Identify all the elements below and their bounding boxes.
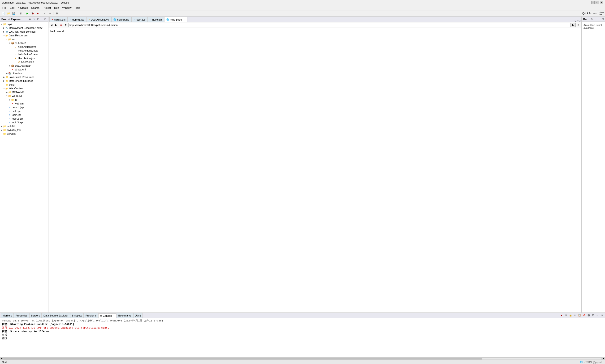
open-button[interactable]: 📁 [6, 11, 11, 16]
scroll-left-button[interactable]: ◀ [0, 357, 3, 360]
outline-title-tab[interactable]: Ou... [583, 18, 589, 21]
tab-snippets[interactable]: Snippets [70, 313, 84, 318]
tree-item-mybatis-test[interactable]: ▶ 📁 mybatis_test [0, 128, 48, 132]
console-tab-close[interactable]: ✕ [113, 315, 115, 317]
minimize-button[interactable]: ─ [591, 1, 595, 4]
tree-item-helloaction3[interactable]: ▶ J helloAction3.java [0, 52, 48, 56]
java-ee-button[interactable]: Java EE [599, 11, 604, 16]
print-button[interactable]: 🖨 [18, 11, 23, 16]
console-open-log-button[interactable]: 📋 [577, 313, 582, 317]
tab-demo1-jsp[interactable]: P demo1.jsp [68, 17, 87, 22]
tree-item-struts-xml[interactable]: ▶ ✕ struts.xml [0, 68, 48, 71]
tab-useraction-java[interactable]: J UserAction.java [87, 17, 111, 22]
view-menu-icon[interactable]: ▽ [36, 17, 39, 21]
tree-item-deployment[interactable]: ▶ 🔧 Deployment Descriptor: exp2 [0, 26, 48, 30]
console-display-selected-button[interactable]: ▦ [586, 313, 591, 317]
tree-item-javascript-resources[interactable]: ▶ 📁 JavaScript Resources [0, 75, 48, 79]
run-button[interactable]: ▶ [25, 11, 30, 16]
browser-back-button[interactable]: ◀ [49, 23, 54, 27]
perspective-button[interactable]: ⊞ [54, 11, 59, 16]
debug-button[interactable]: 🐞 [30, 11, 35, 16]
outline-maximize-button[interactable]: □ [602, 18, 604, 20]
tree-item-login3-jsp[interactable]: ▶ P login3.jsp [0, 120, 48, 124]
tab-list-button[interactable]: ▽ [575, 19, 576, 22]
tree-item-hello01[interactable]: ▶ 📁 hello01 [0, 124, 48, 128]
tab-close-hello-page2[interactable]: ✕ [183, 18, 185, 21]
tree-item-demo1-jsp[interactable]: ▶ P demo1.jsp [0, 105, 48, 109]
task-title-tab[interactable]: Ta... [591, 18, 595, 20]
maximize-button[interactable]: □ [595, 1, 599, 4]
tab-properties[interactable]: Properties [14, 313, 29, 318]
menu-run[interactable]: Run [53, 6, 60, 10]
console-maximize-button[interactable]: □ [600, 313, 604, 317]
tree-item-login2-jsp[interactable]: ▶ P login2.jsp [0, 117, 48, 120]
maximize-panel-icon[interactable]: □ [43, 17, 47, 21]
outline-minimize-button[interactable]: ─ [598, 18, 600, 20]
console-minimize-button[interactable]: ─ [595, 313, 600, 317]
horizontal-scrollbar-track[interactable] [3, 357, 602, 360]
tree-item-login-jsp[interactable]: ▶ P login.jsp [0, 113, 48, 117]
browser-view-source-button[interactable]: ⊞ [576, 23, 580, 27]
browser-stop-button[interactable]: ■ [59, 23, 63, 27]
tab-struts-xml[interactable]: ✕ struts.xml [49, 17, 68, 22]
console-stop-button[interactable]: ■ [559, 313, 564, 317]
tree-item-meta-inf[interactable]: ▶ 📁 META-INF [0, 90, 48, 94]
forward-button[interactable]: → [48, 11, 52, 16]
tree-item-servers[interactable]: ▶ 📁 Servers [0, 132, 48, 136]
collapse-all-icon[interactable]: ⊖ [28, 17, 32, 21]
browser-go-button[interactable]: ▶ [571, 23, 576, 27]
tree-item-sxau-bean[interactable]: ▶ 📦 sxau.rjxy.bean [0, 64, 48, 68]
console-word-wrap-button[interactable]: ≡ [573, 313, 577, 317]
tab-markers[interactable]: Markers [1, 313, 14, 318]
console-clear-button[interactable]: ✕ [564, 313, 568, 317]
tree-item-helloaction2[interactable]: ▶ J helloAction2.java [0, 49, 48, 52]
menu-window[interactable]: Window [61, 6, 73, 10]
tab-problems[interactable]: Problems [84, 313, 98, 318]
browser-forward-button[interactable]: ▶ [54, 23, 58, 27]
new-button[interactable]: 📄 [1, 11, 6, 16]
menu-project[interactable]: Project [41, 6, 52, 10]
menu-edit[interactable]: Edit [9, 6, 16, 10]
address-input[interactable] [68, 23, 570, 27]
menu-file[interactable]: File [1, 6, 8, 10]
console-scroll-lock-button[interactable]: 🔒 [568, 313, 573, 317]
horizontal-scrollbar-thumb[interactable] [3, 358, 482, 360]
tab-datasource[interactable]: Data Source Explorer [42, 313, 70, 318]
tree-item-helloaction[interactable]: ▶ J helloAction.java [0, 45, 48, 49]
tab-maximize-button[interactable]: □ [579, 19, 580, 22]
tree-item-exp2[interactable]: ▼ 📁 exp2 [0, 22, 48, 26]
minimize-panel-icon[interactable]: ─ [40, 17, 43, 21]
menu-search[interactable]: Search [30, 6, 41, 10]
tree-item-hello-jsp[interactable]: ▶ P hello.jsp [0, 109, 48, 113]
menu-navigate[interactable]: Navigate [16, 6, 29, 10]
tree-item-java-resources[interactable]: ▼ 📂 Java Resources [0, 34, 48, 37]
tab-login-jsp[interactable]: P login.jsp [131, 17, 147, 22]
tree-item-cn-hello01[interactable]: ▼ 📦 cn.hello01 [0, 41, 48, 45]
tree-item-useraction-java[interactable]: ▼ J UserAction.java [0, 56, 48, 60]
tree-item-build[interactable]: ▶ 📁 build [0, 83, 48, 87]
link-with-editor-icon[interactable]: 🔗 [32, 17, 36, 21]
scroll-right-button[interactable]: ▶ [602, 357, 605, 360]
console-pin-button[interactable]: 📌 [582, 313, 586, 317]
tree-item-libraries[interactable]: ▶ 📚 Libraries [0, 71, 48, 75]
tab-hello-page2[interactable]: 🌐 hello page ✕ [164, 17, 187, 22]
save-button[interactable]: 💾 [11, 11, 16, 16]
tree-item-web-xml[interactable]: ▶ ✕ web.xml [0, 102, 48, 105]
browser-refresh-button[interactable]: ↻ [64, 23, 68, 27]
tab-bookmarks[interactable]: Bookmarks [117, 313, 133, 318]
tree-item-lib[interactable]: ▶ 📁 lib [0, 98, 48, 102]
close-button[interactable]: ✕ [600, 1, 603, 4]
tree-item-webcontent[interactable]: ▼ 📂 WebContent [0, 87, 48, 90]
tree-item-useraction-class[interactable]: ▶ ⊙ UserAction [0, 60, 48, 64]
quick-access[interactable]: Quick Access [580, 11, 599, 16]
tree-item-referenced-libraries[interactable]: ▶ 📁 Referenced Libraries [0, 79, 48, 83]
tab-junit[interactable]: JUnit [133, 313, 142, 318]
menu-help[interactable]: Help [74, 6, 82, 10]
tab-servers[interactable]: Servers [29, 313, 42, 318]
back-button[interactable]: ← [42, 11, 47, 16]
tree-item-jaxws[interactable]: ▶ ⚙ JAX-WS Web Services [0, 30, 48, 34]
tab-hello-page1[interactable]: 🌐 hello page [111, 17, 131, 22]
tab-console[interactable]: 🖥 Console ✕ [98, 313, 116, 318]
tree-item-src[interactable]: ▼ 📂 src [0, 37, 48, 41]
tab-minimize-button[interactable]: ─ [577, 19, 579, 22]
